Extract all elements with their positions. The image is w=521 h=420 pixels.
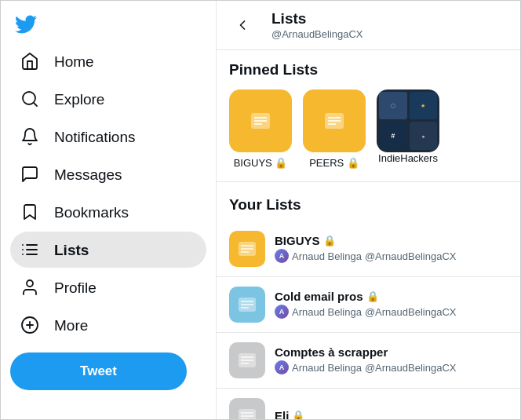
sidebar-item-explore[interactable]: Explore bbox=[10, 81, 206, 117]
more-icon bbox=[20, 315, 40, 335]
pinned-list-label: PEERS 🔒 bbox=[309, 157, 359, 169]
sidebar-item-messages[interactable]: Messages bbox=[10, 156, 206, 192]
pinned-lists-container: BIGUYS 🔒 PEERS 🔒 ⬡ ★ # ● IndieHackers bbox=[217, 86, 520, 182]
bookmarks-icon bbox=[20, 202, 40, 222]
author-handle: @ArnaudBelingaCX bbox=[365, 306, 457, 318]
svg-rect-32 bbox=[239, 409, 256, 419]
list-item-author: A Arnaud Belinga @ArnaudBelingaCX bbox=[275, 360, 508, 374]
list-item-author: A Arnaud Belinga @ArnaudBelingaCX bbox=[275, 305, 508, 319]
list-item-cold-email-pros[interactable]: Cold email pros 🔒 A Arnaud Belinga @Arna… bbox=[217, 277, 520, 333]
sidebar-item-profile[interactable]: Profile bbox=[10, 269, 206, 305]
profile-icon bbox=[20, 277, 40, 298]
lists-icon bbox=[20, 239, 40, 260]
pinned-list-label: BIGUYS 🔒 bbox=[234, 157, 288, 169]
sidebar: Home Explore Notifications Messages Book… bbox=[1, 1, 217, 420]
list-item-info: BIGUYS 🔒 A Arnaud Belinga @ArnaudBelinga… bbox=[275, 234, 508, 263]
list-thumb bbox=[229, 342, 265, 378]
list-item-biguys[interactable]: BIGUYS 🔒 A Arnaud Belinga @ArnaudBelinga… bbox=[217, 221, 520, 277]
list-thumb bbox=[229, 231, 265, 267]
home-icon bbox=[20, 51, 40, 71]
main-content: Pinned Lists BIGUYS 🔒 PEERS 🔒 ⬡ ★ # ● In… bbox=[217, 50, 520, 419]
list-item-info: Eli 🔒 bbox=[275, 409, 508, 419]
sidebar-item-home[interactable]: Home bbox=[10, 43, 206, 79]
messages-icon bbox=[20, 164, 40, 184]
sidebar-item-bookmarks[interactable]: Bookmarks bbox=[10, 194, 206, 230]
list-item-comptes-scrapper[interactable]: Comptes à scrapper A Arnaud Belinga @Arn… bbox=[217, 333, 520, 389]
header-text: Lists @ArnaudBelingaCX bbox=[271, 10, 363, 40]
pinned-list-biguys[interactable]: BIGUYS 🔒 bbox=[229, 89, 292, 169]
main-panel: Lists @ArnaudBelingaCX Pinned Lists BIGU… bbox=[217, 1, 520, 419]
your-lists-title: Your Lists bbox=[217, 185, 520, 221]
explore-icon bbox=[20, 89, 40, 109]
list-item-name: Eli 🔒 bbox=[275, 409, 508, 419]
author-avatar: A bbox=[275, 305, 289, 319]
list-item-name: Cold email pros 🔒 bbox=[275, 290, 508, 303]
sidebar-item-lists[interactable]: Lists bbox=[10, 232, 206, 268]
sidebar-item-label: Explore bbox=[54, 92, 104, 107]
sidebar-item-label: Lists bbox=[54, 243, 89, 257]
back-arrow-icon bbox=[235, 17, 250, 33]
list-item-eli[interactable]: Eli 🔒 bbox=[217, 389, 520, 419]
back-button[interactable] bbox=[229, 12, 256, 38]
list-item-info: Comptes à scrapper A Arnaud Belinga @Arn… bbox=[275, 345, 508, 374]
pinned-lists-title: Pinned Lists bbox=[217, 50, 520, 86]
nav-list: Home Explore Notifications Messages Book… bbox=[10, 43, 206, 345]
sidebar-item-notifications[interactable]: Notifications bbox=[10, 119, 206, 155]
pinned-list-peers[interactable]: PEERS 🔒 bbox=[303, 89, 366, 169]
twitter-logo[interactable] bbox=[10, 9, 42, 40]
pinned-list-indiehackers[interactable]: ⬡ ★ # ● IndieHackers bbox=[377, 89, 439, 169]
author-handle: @ArnaudBelingaCX bbox=[365, 362, 457, 374]
author-name: Arnaud Belinga bbox=[292, 306, 362, 318]
your-lists-section: Your Lists BIGUYS 🔒 A Arnaud Belinga @Ar… bbox=[217, 182, 520, 419]
page-subtitle: @ArnaudBelingaCX bbox=[271, 28, 363, 40]
tweet-button[interactable]: Tweet bbox=[10, 352, 187, 390]
sidebar-item-label: Home bbox=[54, 54, 94, 69]
author-handle: @ArnaudBelingaCX bbox=[365, 250, 457, 262]
pinned-list-label: IndieHackers bbox=[378, 152, 438, 164]
your-lists-container: BIGUYS 🔒 A Arnaud Belinga @ArnaudBelinga… bbox=[217, 221, 520, 419]
author-avatar: A bbox=[275, 249, 289, 263]
author-name: Arnaud Belinga bbox=[292, 250, 362, 262]
author-name: Arnaud Belinga bbox=[292, 362, 362, 374]
sidebar-item-label: Profile bbox=[54, 280, 97, 295]
page-title: Lists bbox=[271, 10, 363, 28]
svg-line-1 bbox=[34, 103, 37, 106]
main-header: Lists @ArnaudBelingaCX bbox=[217, 1, 520, 50]
twitter-bird-icon bbox=[15, 13, 37, 35]
notifications-icon bbox=[20, 126, 40, 147]
pinned-cards: BIGUYS 🔒 PEERS 🔒 ⬡ ★ # ● IndieHackers bbox=[229, 89, 439, 169]
sidebar-item-label: Notifications bbox=[54, 130, 136, 144]
list-item-author: A Arnaud Belinga @ArnaudBelingaCX bbox=[275, 249, 508, 263]
sidebar-item-label: Messages bbox=[54, 167, 122, 182]
list-item-name: BIGUYS 🔒 bbox=[275, 234, 508, 247]
list-item-name: Comptes à scrapper bbox=[275, 345, 508, 359]
author-avatar: A bbox=[275, 360, 289, 374]
sidebar-item-label: More bbox=[54, 318, 88, 333]
list-thumb bbox=[229, 398, 265, 419]
sidebar-item-label: Bookmarks bbox=[54, 205, 129, 220]
sidebar-item-more[interactable]: More bbox=[10, 307, 206, 343]
list-item-info: Cold email pros 🔒 A Arnaud Belinga @Arna… bbox=[275, 290, 508, 319]
list-thumb bbox=[229, 287, 265, 323]
svg-point-8 bbox=[27, 280, 33, 287]
